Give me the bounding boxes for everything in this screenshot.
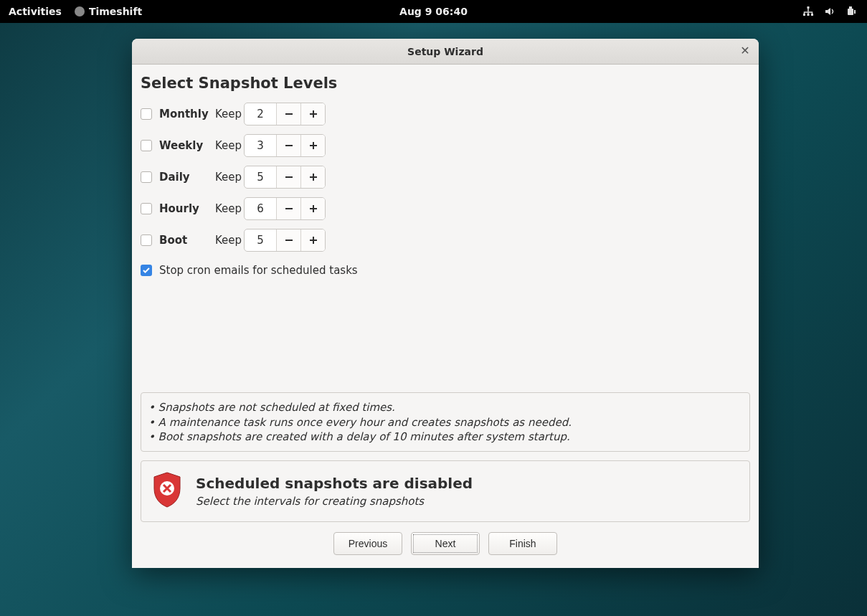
info-box: • Snapshots are not scheduled at fixed t… [141,392,750,452]
weekly-decrement-button[interactable] [276,135,300,156]
daily-label: Daily [159,171,215,184]
boot-value[interactable]: 5 [245,234,276,247]
monthly-value[interactable]: 2 [245,108,276,120]
weekly-checkbox[interactable] [141,140,152,151]
boot-checkbox[interactable] [141,234,152,246]
snapshot-levels-list: Monthly Keep 2 Weekly Keep 3 [141,102,750,252]
weekly-label: Weekly [159,139,215,152]
svg-rect-4 [848,9,853,15]
finish-button[interactable]: Finish [488,532,557,555]
weekly-spinbox: 3 [244,134,326,157]
hourly-increment-button[interactable] [300,198,325,219]
weekly-value[interactable]: 3 [245,139,276,152]
shield-error-icon [151,471,183,511]
boot-spinbox: 5 [244,229,326,252]
keep-label: Keep [215,171,244,184]
hourly-spinbox: 6 [244,197,326,220]
window-titlebar: Setup Wizard ✕ [132,39,759,65]
level-row-weekly: Weekly Keep 3 [141,133,750,158]
boot-decrement-button[interactable] [276,229,300,251]
timeshift-icon [75,6,85,16]
close-icon[interactable]: ✕ [739,45,752,58]
boot-label: Boot [159,234,215,247]
warning-title: Scheduled snapshots are disabled [196,475,473,492]
setup-wizard-window: Setup Wizard ✕ Select Snapshot Levels Mo… [132,39,759,568]
activities-button[interactable]: Activities [9,6,62,17]
app-menu[interactable]: Timeshift [75,6,142,17]
hourly-checkbox[interactable] [141,203,152,214]
hourly-label: Hourly [159,202,215,215]
keep-label: Keep [215,139,244,152]
keep-label: Keep [215,202,244,215]
monthly-spinbox: 2 [244,103,326,125]
level-row-daily: Daily Keep 5 [141,165,750,189]
weekly-increment-button[interactable] [300,135,325,156]
hourly-decrement-button[interactable] [276,198,300,219]
svg-rect-2 [807,14,810,16]
clock[interactable]: Aug 9 06:40 [399,6,468,17]
warning-subtitle: Select the intervals for creating snapsh… [196,495,473,508]
gnome-top-bar: Activities Timeshift Aug 9 06:40 [0,0,867,23]
keep-label: Keep [215,234,244,247]
boot-increment-button[interactable] [300,229,325,251]
monthly-decrement-button[interactable] [276,103,300,125]
svg-rect-5 [849,6,852,9]
monthly-checkbox[interactable] [141,108,152,120]
keep-label: Keep [215,108,244,120]
cron-emails-label: Stop cron emails for scheduled tasks [159,264,358,277]
window-title: Setup Wizard [407,46,483,57]
monthly-label: Monthly [159,108,215,120]
level-row-boot: Boot Keep 5 [141,228,750,252]
svg-rect-3 [811,14,813,16]
svg-rect-0 [807,6,810,9]
info-line: • Boot snapshots are created with a dela… [148,430,742,444]
warning-box: Scheduled snapshots are disabled Select … [141,460,750,522]
daily-checkbox[interactable] [141,171,152,183]
next-button[interactable]: Next [411,532,480,555]
power-icon[interactable] [845,6,857,17]
info-line: • A maintenance task runs once every hou… [148,415,742,430]
monthly-increment-button[interactable] [300,103,325,125]
wizard-footer: Previous Next Finish [141,532,750,559]
svg-rect-1 [803,14,805,16]
level-row-monthly: Monthly Keep 2 [141,102,750,126]
page-heading: Select Snapshot Levels [141,75,750,92]
daily-value[interactable]: 5 [245,171,276,184]
level-row-hourly: Hourly Keep 6 [141,196,750,221]
hourly-value[interactable]: 6 [245,202,276,215]
previous-button[interactable]: Previous [333,532,402,555]
info-line: • Snapshots are not scheduled at fixed t… [148,400,742,414]
daily-decrement-button[interactable] [276,166,300,188]
app-menu-label: Timeshift [89,6,142,17]
daily-increment-button[interactable] [300,166,325,188]
daily-spinbox: 5 [244,166,326,189]
cron-emails-row: Stop cron emails for scheduled tasks [141,264,750,277]
network-icon[interactable] [802,6,814,17]
volume-icon[interactable] [824,6,835,17]
cron-emails-checkbox[interactable] [141,265,152,276]
